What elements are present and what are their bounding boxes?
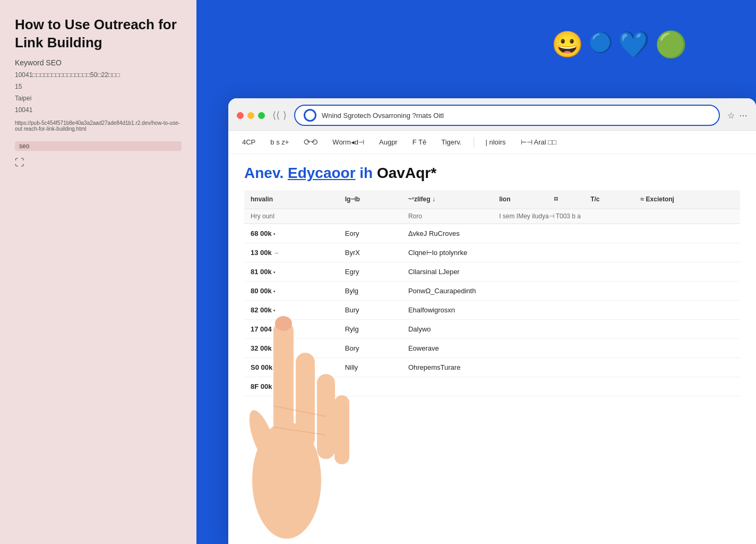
col-header-4[interactable]: lion [493,190,548,209]
toolbar-item-1[interactable]: 4CP [239,136,259,148]
subheader-3: I sem IMey iludya⊣ T003 b a [493,209,740,224]
browser-content[interactable]: Anev. Edycaoor ih OavAqr* hnvalin lg⊣b ~… [228,154,756,544]
table-row: 80 00k • Bylg PonwΩ_Caurapedinth [244,282,740,301]
table-row: 17 004 • Rylg Dalywo [244,320,740,339]
cell-col3-6: Eowerave [402,339,740,358]
traffic-light-red[interactable] [237,112,244,119]
traffic-light-green[interactable] [258,112,265,119]
cell-col2-0: Eory [339,224,402,243]
traffic-lights [237,112,265,119]
blue-top-bar: 😀 🔵 💙 🟢 [196,0,756,98]
col-header-3[interactable]: ~¹zlifeg ↓ [402,190,493,209]
cell-vol-2: 81 00k • [244,262,339,282]
article-title: How to Use Outreach for Link Building [15,16,182,52]
nav-arrows: ⟨⟨ ⟩ [272,109,287,121]
article-url: https://pub-5c454f571b8e40a3a2aad27ade84… [15,120,182,132]
cell-col2-5: Rylg [339,320,402,339]
toolbar-nloirs[interactable]: | nloirs [483,136,509,148]
cell-col2-7: Nilly [339,358,402,377]
cell-col2-8 [339,377,402,396]
traffic-light-yellow[interactable] [247,112,254,119]
article-tag: seo [15,141,182,151]
left-panel: How to Use Outreach for Link Building Ke… [0,0,196,544]
page-heading-rest: OavAqr* [377,165,436,181]
browser-toolbar: 4CP b s z+ ⟳⟲ Worm◂d⊣ Augpr F Tē Tigerv.… [228,131,756,154]
cell-col3-7: OhrepemsTurare [402,358,740,377]
col-header-6[interactable]: T/c [584,190,634,209]
cell-vol-1: 13 00k → [244,243,339,262]
cell-col3-3: PonwΩ_Caurapedinth [402,282,740,301]
toolbar-to[interactable]: F Tē [409,136,430,148]
browser-circle-icon [304,109,316,122]
emoji-icon-4: 🟢 [655,32,687,57]
cell-vol-3: 80 00k • [244,282,339,301]
address-bar-text: Wnind Sgrotech Ovsarroning ?rnats Oitl [322,112,444,120]
table-row: 8F 00k • [244,377,740,396]
cell-col3-1: Clqne⊢lo ptolynrke [402,243,740,262]
cell-col2-1: ByrX [339,243,402,262]
toolbar-sep-1 [474,137,474,148]
table-row: S0 00k • Nilly OhrepemsTurare [244,358,740,377]
subheader-2: Roro [402,209,493,224]
cell-vol-0: 68 00k • [244,224,339,243]
cell-col2-2: Egry [339,262,402,282]
cell-vol-6: 32 00k • [244,339,339,358]
table-row: 68 00k • Eory ΔvkeJ RuCroves [244,224,740,243]
table-row: 13 00k → ByrX Clqne⊢lo ptolynrke [244,243,740,262]
table-header: hnvalin lg⊣b ~¹zlifeg ↓ lion ⌑ T/c ≈ Exc… [244,190,740,224]
toolbar-item-3[interactable]: ⟳⟲ [300,135,321,149]
browser-window: ⟨⟨ ⟩ Wnind Sgrotech Ovsarroning ?rnats O… [228,98,756,544]
toolbar-item-2[interactable]: b s z+ [267,136,292,148]
cell-col2-4: Bury [339,301,402,320]
toolbar-augpr[interactable]: Augpr [376,136,401,148]
data-table: hnvalin lg⊣b ~¹zlifeg ↓ lion ⌑ T/c ≈ Exc… [244,190,740,396]
cell-col2-3: Bylg [339,282,402,301]
cell-col3-8 [402,377,740,396]
table-row: 32 00k • Bory Eowerave [244,339,740,358]
browser-chrome: ⟨⟨ ⟩ Wnind Sgrotech Ovsarroning ?rnats O… [228,98,756,131]
emoji-icon-2: 🔵 [589,33,613,52]
cell-vol-5: 17 004 • [244,320,339,339]
cell-col3-5: Dalywo [402,320,740,339]
toolbar-aral[interactable]: ⊢⊣ Aral □□ [518,136,560,148]
col-header-2[interactable]: lg⊣b [339,190,402,209]
col-header-5[interactable]: ⌑ [548,190,585,209]
toolbar-worn-ji[interactable]: Worm◂d⊣ [329,136,367,148]
emoji-icon-3: 💙 [618,32,650,57]
page-heading-blue: Anev. Edycaoor ih [244,165,373,181]
keyword-label: Keyword SEO [15,58,182,67]
col-header-1[interactable]: hnvalin [244,190,339,209]
meta-line-1: 10041□□□□□□□□□□□□□□□50□22□□□ [15,71,182,79]
more-icon[interactable]: ⋯ [739,110,748,121]
top-icons-row: 😀 🔵 💙 🟢 [552,32,687,57]
emoji-icon-1: 😀 [552,32,583,57]
back-arrow-icon[interactable]: ⟨⟨ [272,109,280,121]
meta-line-3: Taipei [15,95,182,102]
table-row: 81 00k • Egry Cllarsinal LJeper [244,262,740,282]
browser-actions: ☆ ⋯ [727,110,748,121]
page-heading: Anev. Edycaoor ih OavAqr* [244,165,740,182]
address-bar[interactable]: Wnind Sgrotech Ovsarroning ?rnats Oitl [294,105,720,126]
cell-vol-8: 8F 00k • [244,377,339,396]
cell-col3-0: ΔvkeJ RuCroves [402,224,740,243]
meta-line-4: 10041 [15,106,182,114]
tag-icon: ⛶ [15,157,182,168]
cell-col3-4: Ehalfowigrosxn [402,301,740,320]
table-row: 82 00k • Bury Ehalfowigrosxn [244,301,740,320]
forward-arrow-icon[interactable]: ⟩ [283,109,287,121]
cell-vol-7: S0 00k • [244,358,339,377]
col-header-7[interactable]: ≈ Excietonj [634,190,740,209]
right-area: 😀 🔵 💙 🟢 ⟨⟨ ⟩ Wnind Sgrotech Ovsarroning … [196,0,756,544]
cell-col3-2: Cllarsinal LJeper [402,262,740,282]
cell-col2-6: Bory [339,339,402,358]
cell-vol-4: 82 00k • [244,301,339,320]
table-body: 68 00k • Eory ΔvkeJ RuCroves 13 00k → By… [244,224,740,396]
bookmark-icon[interactable]: ☆ [727,110,735,121]
subheader-1: Hry ounI [244,209,402,224]
toolbar-tigerv[interactable]: Tigerv. [438,136,465,148]
meta-line-2: 15 [15,83,182,90]
